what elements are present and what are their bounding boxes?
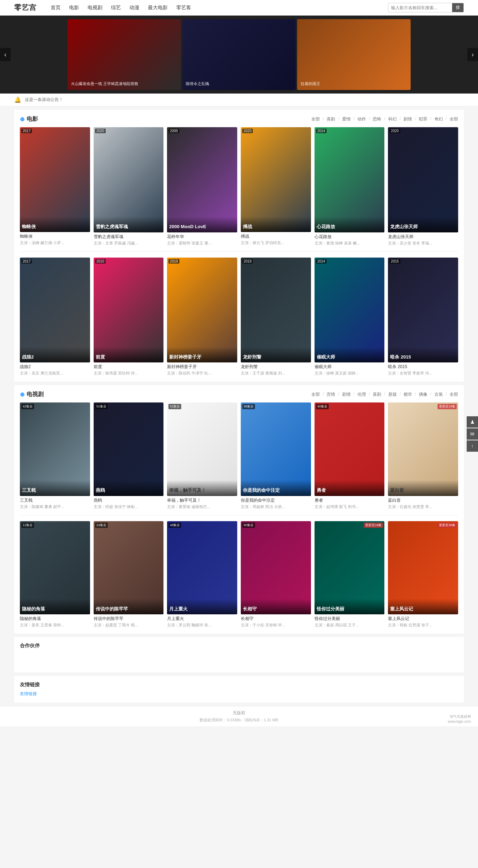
- movie-year-5: 2020: [389, 129, 400, 133]
- tv-card-4[interactable]: 40集全 勇者 勇者 主演：赵鸿博 殷飞 刑书...: [315, 402, 385, 509]
- tv-filter-2[interactable]: 剧情: [342, 391, 351, 398]
- links-section: 友情链接 友情链接: [14, 676, 464, 703]
- tv-poster-label-0: 三叉戟: [22, 487, 36, 493]
- search-button[interactable]: 搜: [452, 3, 463, 12]
- tv-card-6[interactable]: 12集全 隐秘的角落 隐秘的角落 主演：姜奕 王景春 荣梓...: [20, 521, 90, 628]
- tv-title-9: 长相守: [241, 616, 311, 622]
- tv-title-6: 隐秘的角落: [20, 616, 90, 622]
- movie-year-2: 2000: [168, 129, 179, 133]
- movie-card-2[interactable]: 2000 2000 MooD LovE 花样年华 主演：梁朝伟 张曼玉 潘...: [167, 127, 237, 246]
- movie-poster-label-9: 龙虾刑警: [243, 354, 261, 360]
- movie-card-6[interactable]: 2017 战狼2 战狼2 主演：吴京 弗兰克格里...: [20, 258, 90, 376]
- movies-filter-8[interactable]: 奇幻: [434, 116, 443, 122]
- movie-card-1[interactable]: 2020 雪豹之虎魂军魂 雪豹之虎魂军魂 主演：文章 乔振越 冯越...: [94, 127, 164, 246]
- movies-filter-4[interactable]: 恐怖: [373, 116, 381, 122]
- tv-badge-4: 40集全: [316, 404, 329, 409]
- tv-cast-7: 主演：赵露思 丁禹兮 闻...: [94, 622, 164, 628]
- movie-cast-1: 主演：文章 乔振越 冯越...: [94, 241, 164, 246]
- movie-card-8[interactable]: 2019 新封神榜姜子牙 新封神榜姜子牙 主演：陈信民 牛泽宇 杜...: [167, 258, 237, 376]
- tv-update-badge-11: 更新至38集: [438, 523, 457, 528]
- sidebar-btn-2[interactable]: ↑: [467, 440, 478, 452]
- tv-card-9[interactable]: 60集全 长相守 长相守 主演：于小彤 关智斌 毕...: [241, 521, 311, 628]
- tv-card-5[interactable]: 更新至18集 蓝白首 蓝白首 主演：任嘉伦 张慧雯 李...: [388, 402, 458, 509]
- tv-update-badge-10: 更新至24集: [364, 523, 383, 528]
- tv-card-11[interactable]: 更新至38集 塞上风云记 塞上风云记 主演：韩栋 任梵溪 张子...: [388, 521, 458, 628]
- friendly-link[interactable]: 友情链接: [20, 691, 37, 696]
- movies-section: ⊕ 电影 全部/ 喜剧/ 爱情/ 动作/ 恐怖/ 科幻/ 剧情/ 犯罪/ 奇幻/…: [14, 110, 464, 382]
- movies-row-1: 2017 蜘蛛侠 蜘蛛侠 主演：汤姆·赫兰德 小罗... 2020 雪豹之虎魂军…: [20, 127, 458, 246]
- tv-card-3[interactable]: 36集全 你是我的命中注定 你是我的命中注定 主演：邓超林 邢洁 火箭...: [241, 402, 311, 509]
- movies-filter-2[interactable]: 爱情: [342, 116, 351, 122]
- notice-bar: 🔔 这是一条滚动公告！: [0, 94, 478, 106]
- nav-biggest[interactable]: 最大电影: [148, 5, 168, 11]
- tv-filter-4[interactable]: 喜剧: [373, 391, 381, 398]
- movie-card-0[interactable]: 2017 蜘蛛侠 蜘蛛侠 主演：汤姆·赫兰德 小罗...: [20, 127, 90, 246]
- tv-card-7[interactable]: 24集全 传说中的陈芊芊 传说中的陈芊芊 主演：赵露思 丁禹兮 闻...: [94, 521, 164, 628]
- tv-title-7: 传说中的陈芊芊: [94, 616, 164, 622]
- tv-filter-0[interactable]: 全部: [311, 391, 320, 398]
- movie-title-2: 花样年华: [167, 234, 237, 240]
- tv-cast-8: 主演：罗云熙 鞠婧祎 张...: [167, 622, 237, 628]
- movies-filter-0[interactable]: 全部: [311, 116, 320, 122]
- tv-poster-label-7: 传说中的陈芊芊: [96, 606, 128, 611]
- tv-filter-1[interactable]: 宫情: [327, 391, 335, 398]
- nav-client[interactable]: 零艺客: [176, 5, 191, 11]
- banner-slide-1-caption: 火山爆发命悬一线 王学斌昆凌地陷营救: [71, 81, 138, 87]
- movies-filter-3[interactable]: 动作: [357, 116, 366, 122]
- movie-card-10[interactable]: 2014 催眠大师 催眠大师 主演：徐峥 莫文蔚 胡静...: [315, 258, 385, 376]
- tv-filter-6[interactable]: 都市: [404, 391, 412, 398]
- movie-card-4[interactable]: 2014 心花路放 心花路放 主演：黄渤 徐峥 袁泉 阚...: [315, 127, 385, 246]
- movie-year-3: 2020: [242, 129, 253, 133]
- tv-filter-5[interactable]: 悬疑: [388, 391, 397, 398]
- movie-card-7[interactable]: 2010 前度 前度 主演：陈伟霆 郑欣柯 诗...: [94, 258, 164, 376]
- right-sidebar: ♟ ✉ ↑: [467, 416, 478, 452]
- movies-filter-5[interactable]: 科幻: [388, 116, 397, 122]
- tv-card-0[interactable]: 42集全 三叉戟 三叉戟 主演：陈建斌 董勇 郝平...: [20, 402, 90, 509]
- banner-slide-1[interactable]: 火山爆发命悬一线 王学斌昆凌地陷营救: [67, 19, 181, 90]
- tv-row-1: 42集全 三叉戟 三叉戟 主演：陈建斌 董勇 郝平... 51集全 燕鸥 燕鸥 …: [20, 402, 458, 509]
- movie-card-3[interactable]: 2020 搏战 搏战 主演：谢云飞 罗伯特克...: [241, 127, 311, 246]
- movie-card-5[interactable]: 2020 龙虎山张天师 龙虎山张天师 主演：吴少皇 张冬 李瑞...: [388, 127, 458, 246]
- movie-poster-label-6: 战狼2: [22, 354, 34, 360]
- tv-filter-8[interactable]: 古装: [434, 391, 443, 398]
- tv-card-8[interactable]: 48集全 月上重火 月上重火 主演：罗云熙 鞠婧祎 张...: [167, 521, 237, 628]
- banner-slide-2-caption: 陈情令之乱魄: [186, 81, 209, 87]
- nav-anime[interactable]: 动漫: [129, 5, 139, 11]
- tv-card-1[interactable]: 51集全 燕鸥 燕鸥 主演：经超 张佳宁 林彬...: [94, 402, 164, 509]
- movies-title-text: 电影: [27, 115, 38, 123]
- banner-prev-button[interactable]: ‹: [0, 48, 11, 61]
- tv-badge-1: 51集全: [95, 404, 108, 409]
- tv-poster-label-1: 燕鸥: [96, 487, 105, 493]
- sidebar-btn-0[interactable]: ♟: [467, 416, 478, 428]
- movie-card-11[interactable]: 2015 暗杀 2015 暗杀 2015 主演：全智贤 李政宰 河...: [388, 258, 458, 376]
- movies-filter-6[interactable]: 剧情: [404, 116, 412, 122]
- banner-slide-2[interactable]: 陈情令之乱魄: [182, 19, 296, 90]
- movies-filter-1[interactable]: 喜剧: [327, 116, 335, 122]
- banner-slide-3[interactable]: 拉基的国王: [297, 19, 411, 90]
- tv-card-10[interactable]: 更新至24集 怪你过分美丽 怪你过分美丽 主演：秦岚 周以珺 王子...: [315, 521, 385, 628]
- tv-cast-1: 主演：经超 张佳宁 林彬...: [94, 504, 164, 509]
- footer-watermark: 淘气哥素材网 www.tqge.com: [448, 714, 471, 724]
- nav-movies[interactable]: 电影: [69, 5, 79, 11]
- tv-title-4: 勇者: [315, 497, 385, 503]
- tv-filter-3[interactable]: 伦理: [357, 391, 366, 398]
- movie-cast-8: 主演：陈信民 牛泽宇 杜...: [167, 371, 237, 376]
- movie-card-9[interactable]: 2018 龙虾刑警 龙虾刑警 主演：王千源 黄璐迪 刘...: [241, 258, 311, 376]
- movies-filter-9[interactable]: 全部: [450, 116, 458, 122]
- banner-next-button[interactable]: ›: [467, 48, 478, 61]
- tv-title-3: 你是我的命中注定: [241, 497, 311, 503]
- movie-title-7: 前度: [94, 364, 164, 370]
- nav-home[interactable]: 首页: [51, 5, 61, 11]
- movies-filter-7[interactable]: 犯罪: [419, 116, 427, 122]
- banner-slides: 火山爆发命悬一线 王学斌昆凌地陷营救 陈情令之乱魄 拉基的国王: [0, 16, 478, 94]
- tv-card-2[interactable]: 51集全 幸福，触手可及！ 幸福，触手可及！ 主演：黄景瑜 迪丽热巴...: [167, 402, 237, 509]
- movie-poster-label-3: 搏战: [243, 224, 252, 229]
- search-input[interactable]: [388, 4, 452, 12]
- movie-poster-7: 2010 前度: [94, 258, 164, 363]
- sidebar-btn-1[interactable]: ✉: [467, 428, 478, 440]
- tv-filter-9[interactable]: 全部: [450, 391, 458, 398]
- tv-filter-7[interactable]: 偶像: [419, 391, 427, 398]
- nav-tv[interactable]: 电视剧: [88, 5, 102, 11]
- logo[interactable]: 零艺宫: [14, 3, 37, 12]
- nav-variety[interactable]: 综艺: [111, 5, 121, 11]
